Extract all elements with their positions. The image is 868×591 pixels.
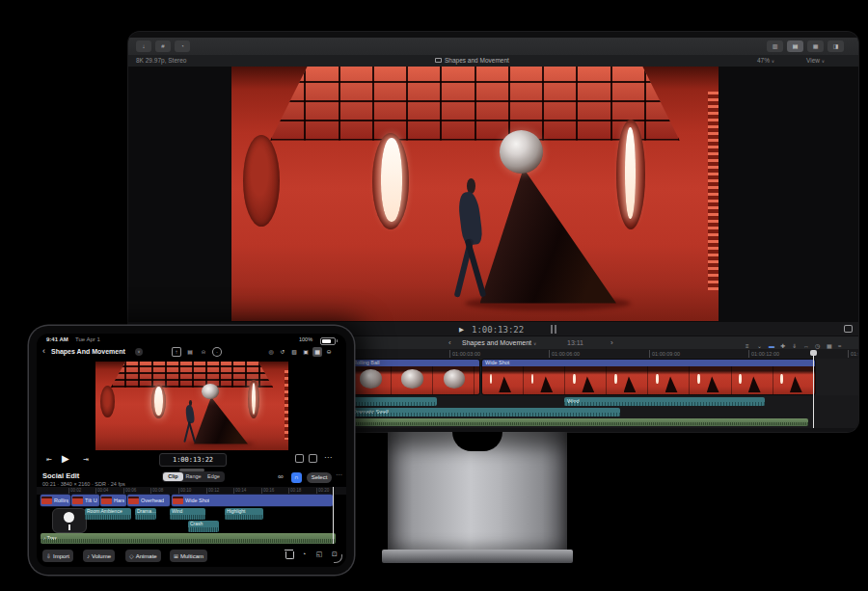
- timecode-display[interactable]: 1:00:13:22: [472, 325, 524, 335]
- panels-icon[interactable]: ▦: [312, 347, 322, 357]
- music-track[interactable]: ♪ Trax: [41, 533, 336, 544]
- ruler-tick: 01:00:12:00: [748, 350, 779, 358]
- scene-ceiling-grid: [111, 362, 273, 388]
- title-menu-icon[interactable]: ∨: [135, 348, 143, 356]
- timer-icon[interactable]: ·: [212, 347, 222, 357]
- more-icon[interactable]: ⋯: [324, 453, 332, 462]
- chevron-down-icon: ∨: [533, 341, 536, 346]
- jog-wheel-icon[interactable]: ◎: [266, 347, 276, 357]
- video-frame: [231, 67, 719, 321]
- link-clips-icon[interactable]: ∞: [278, 472, 284, 481]
- audio-clip-highlight[interactable]: Highlight: [225, 508, 263, 520]
- audio-clip-drama[interactable]: Drama…: [135, 508, 156, 520]
- stand-foot: [382, 550, 573, 563]
- viewer-quality-icon[interactable]: [295, 454, 304, 463]
- scene-light-slit-right: [625, 127, 636, 219]
- fullscreen-icon[interactable]: [844, 325, 853, 333]
- clip-hands[interactable]: Hands: [100, 495, 126, 506]
- studio-display-stand: [388, 432, 567, 551]
- media-browser-icon[interactable]: ▤: [185, 347, 195, 357]
- more-icon[interactable]: ⋯: [336, 471, 342, 479]
- edit-mode-segmented-control[interactable]: Clip Range Edge: [162, 471, 225, 482]
- scene-light-slit-right: [252, 383, 256, 415]
- scene-light-slit-left: [381, 138, 402, 222]
- speed-icon[interactable]: ◔: [299, 550, 309, 559]
- browser-toggle-icon[interactable]: ▥: [767, 40, 783, 52]
- play-icon[interactable]: ▶: [62, 453, 69, 464]
- resize-corner-icon[interactable]: [334, 554, 342, 563]
- picture-in-picture-icon[interactable]: ◱: [314, 550, 324, 559]
- mode-clip[interactable]: Clip: [163, 472, 183, 481]
- chevron-down-icon: ∨: [772, 59, 774, 64]
- playhead-puck-stem: [68, 524, 70, 530]
- skip-back-icon[interactable]: ⇤: [46, 456, 52, 464]
- battery-icon: [320, 337, 336, 345]
- ipad-project-title[interactable]: Shapes And Movement: [51, 348, 125, 355]
- clip-overhead[interactable]: Overhead: [127, 495, 170, 506]
- keyword-editor-button[interactable]: #: [155, 40, 171, 52]
- playhead[interactable]: [813, 350, 814, 428]
- clip-rolling-ball[interactable]: Rolling Ball: [41, 495, 70, 506]
- import-media-button[interactable]: ↓: [136, 40, 151, 52]
- timeline-toggle-icon[interactable]: ▤: [787, 40, 803, 52]
- select-button[interactable]: Select: [307, 472, 332, 483]
- battery-percent: 100%: [299, 336, 312, 342]
- project-back-icon[interactable]: ‹: [448, 336, 451, 350]
- ipad-viewer: [37, 361, 346, 451]
- audio-clip[interactable]: [350, 397, 437, 406]
- photos-icon[interactable]: ▣: [301, 347, 311, 357]
- ruler-tick: 00:06: [123, 488, 136, 494]
- scene-dancer: [181, 400, 199, 442]
- back-icon[interactable]: ‹: [42, 346, 45, 356]
- mode-range[interactable]: Range: [183, 472, 203, 481]
- playhead-knob[interactable]: [810, 350, 817, 356]
- animate-button[interactable]: ◇Animate: [125, 550, 161, 562]
- mic-icon[interactable]: ⍾: [199, 347, 208, 357]
- clip-tilt-up[interactable]: Tilt Up: [71, 495, 99, 506]
- ruler-tick: 00:14: [233, 488, 246, 494]
- audio-meters-toggle-icon[interactable]: ▦: [807, 40, 824, 52]
- video-frame: [95, 362, 288, 450]
- audio-clip-wind[interactable]: Wind: [564, 397, 765, 406]
- skip-forward-icon[interactable]: ⇥: [83, 456, 89, 464]
- trash-icon[interactable]: [285, 551, 294, 559]
- scene-light-slit-left: [154, 387, 163, 416]
- timecode-display[interactable]: 1:00:13:22: [159, 453, 227, 467]
- ruler-tick: 00:02: [68, 488, 81, 494]
- ipad-timeline-ruler[interactable]: 00:02 00:04 00:06 00:08 00:10 00:12 00:1…: [37, 487, 346, 495]
- viewer-info-bar: 8K 29.97p, Stereo Shapes and Movement 47…: [128, 55, 858, 67]
- audio-clip-dramatic-swell[interactable]: Dramatic Swell: [350, 408, 620, 416]
- multicam-button[interactable]: ⊞Multicam: [170, 550, 207, 562]
- mode-edge[interactable]: Edge: [203, 472, 224, 481]
- volume-button[interactable]: ♪Volume: [83, 550, 115, 562]
- timeline-clip-rolling-ball[interactable]: Rolling Ball: [350, 360, 479, 394]
- ruler-tick: 00:18: [288, 488, 301, 494]
- timeline-clip-wide-shot[interactable]: Wide Shot: [482, 360, 815, 394]
- playhead-handle[interactable]: [52, 508, 87, 533]
- ipad-screen: 9:41 AM Tue Apr 1 100% ‹ Shapes And Move…: [37, 334, 346, 567]
- audio-clip-crash[interactable]: Crash: [188, 521, 219, 532]
- snapping-icon[interactable]: ∩: [291, 472, 302, 483]
- inspector-toggle-icon[interactable]: ◨: [827, 40, 844, 52]
- play-icon[interactable]: ▶: [459, 326, 464, 334]
- scene-ceiling-grid: [270, 67, 679, 141]
- format-info: 8K 29.97p, Stereo: [136, 55, 186, 67]
- playhead[interactable]: [333, 487, 334, 544]
- share-icon[interactable]: ↑: [172, 347, 181, 357]
- ruler-tick: 01:00:06:00: [549, 350, 580, 358]
- scene-pyramid: [194, 397, 248, 444]
- scene-dancer: [448, 178, 492, 298]
- music-track[interactable]: [350, 418, 808, 426]
- clip-wide-shot[interactable]: Wide Shot: [172, 495, 333, 506]
- hide-interface-icon[interactable]: ⊖: [324, 347, 334, 357]
- audio-meter-icon[interactable]: [309, 454, 317, 463]
- audio-clip-room-ambience[interactable]: Room Ambience: [85, 508, 131, 520]
- import-button[interactable]: ⇩Import: [42, 550, 73, 562]
- ruler-tick: 00:08: [150, 488, 163, 494]
- scene-sphere: [202, 384, 219, 399]
- background-tasks-button[interactable]: ◔: [175, 40, 190, 52]
- audio-clip-wind[interactable]: Wind: [170, 508, 205, 520]
- display-options-icon[interactable]: ▧: [289, 347, 299, 357]
- project-forward-icon[interactable]: ›: [610, 336, 613, 350]
- undo-icon[interactable]: ↺: [278, 347, 287, 357]
